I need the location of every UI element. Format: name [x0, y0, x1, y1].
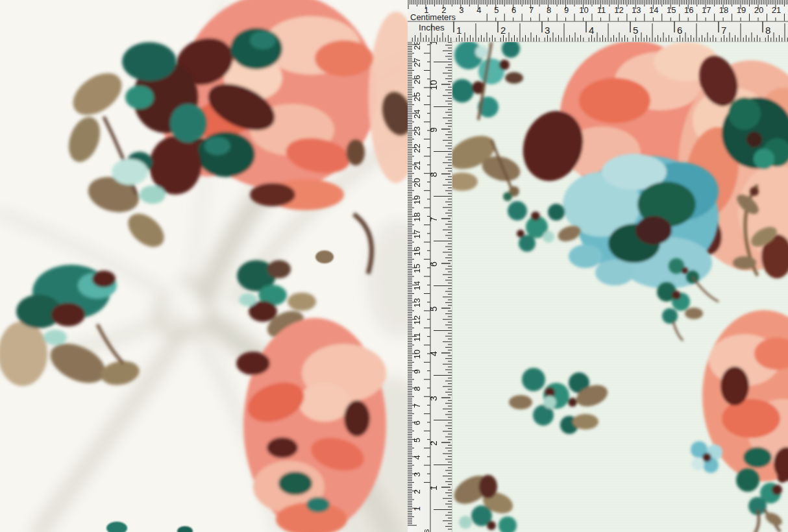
inch-number: 6: [428, 261, 439, 267]
inch-number: 9: [428, 127, 439, 132]
horizontal-ruler: 12345678910111213141516171819202122Centi…: [408, 0, 788, 42]
cm-number: 17: [702, 5, 711, 15]
cm-number: 13: [412, 298, 422, 307]
cm-number: 7: [529, 5, 534, 15]
inch-number: 6: [677, 25, 682, 36]
cm-number: 14: [649, 5, 658, 15]
cm-number: 9: [412, 369, 422, 374]
inch-number: 4: [428, 351, 439, 356]
swirled-fabric-photo: [0, 0, 408, 532]
cm-number: 19: [737, 5, 746, 15]
cm-number: 2: [412, 489, 422, 494]
cm-number: 3: [459, 5, 463, 15]
cm-number: 7: [412, 404, 422, 408]
inch-number: 7: [721, 25, 726, 36]
cm-number: 15: [667, 5, 676, 15]
inch-number: 1: [428, 485, 439, 490]
cm-number: 25: [412, 92, 422, 101]
cm-number: 20: [754, 5, 763, 15]
cm-number: 18: [412, 212, 422, 221]
centimeters-label: Centimeters: [422, 529, 431, 532]
inch-number: 1: [456, 25, 462, 36]
cm-number: 19: [412, 195, 422, 204]
vertical-ruler: 2827262524232221201918171615141312111098…: [408, 42, 452, 532]
blue-flower-small: [691, 441, 722, 473]
cm-number: 6: [412, 420, 422, 425]
cm-number: 3: [412, 472, 422, 477]
cm-number: 4: [412, 455, 422, 459]
cm-number: 15: [412, 264, 422, 273]
cm-number: 26: [412, 75, 422, 84]
inch-number: 3: [428, 396, 439, 401]
inch-number: 2: [500, 25, 506, 36]
cm-number: 21: [772, 5, 781, 15]
inch-number: 5: [633, 25, 638, 36]
cm-number: 12: [412, 315, 422, 324]
cm-number: 1: [412, 507, 422, 511]
cm-number: 9: [564, 5, 569, 15]
cm-number: 10: [412, 350, 422, 359]
cm-number: 12: [614, 5, 623, 15]
inch-number: 5: [428, 306, 439, 311]
cm-number: 8: [412, 386, 422, 391]
cm-number: 22: [412, 143, 422, 152]
cm-number: 8: [547, 5, 551, 15]
cm-number: 16: [684, 5, 693, 15]
cm-number: 27: [412, 58, 422, 67]
cm-number: 23: [412, 127, 422, 136]
cm-number: 4: [476, 5, 481, 15]
cm-number: 6: [511, 5, 516, 15]
cm-number: 17: [412, 230, 422, 239]
inch-number: 10: [428, 80, 439, 90]
cm-number: 10: [579, 5, 588, 15]
cm-number: 18: [719, 5, 728, 15]
cm-number: 20: [412, 178, 422, 187]
cm-number: 11: [597, 5, 606, 15]
inch-number: 4: [589, 25, 594, 36]
cm-number: 16: [412, 247, 422, 256]
inch-number: 8: [765, 25, 770, 36]
cm-number: 5: [412, 438, 422, 442]
cm-number: 13: [632, 5, 641, 15]
inch-number: 8: [428, 172, 439, 177]
cm-number: 11: [412, 333, 422, 342]
inch-number: 2: [428, 441, 439, 446]
inch-number: 3: [545, 25, 550, 36]
centimeters-label: Centimeters: [410, 12, 456, 22]
cm-number: 5: [494, 5, 499, 15]
fabric-listing-photo: 12345678910111213141516171819202122Centi…: [0, 0, 788, 532]
flat-fabric-swatch-photo: [452, 42, 788, 532]
inch-number: 7: [428, 217, 439, 222]
inch-number: 11: [428, 42, 439, 45]
cm-number: 24: [412, 109, 422, 118]
cm-number: 21: [412, 161, 422, 170]
cm-number: 28: [412, 42, 422, 50]
cm-number: 14: [412, 281, 422, 290]
